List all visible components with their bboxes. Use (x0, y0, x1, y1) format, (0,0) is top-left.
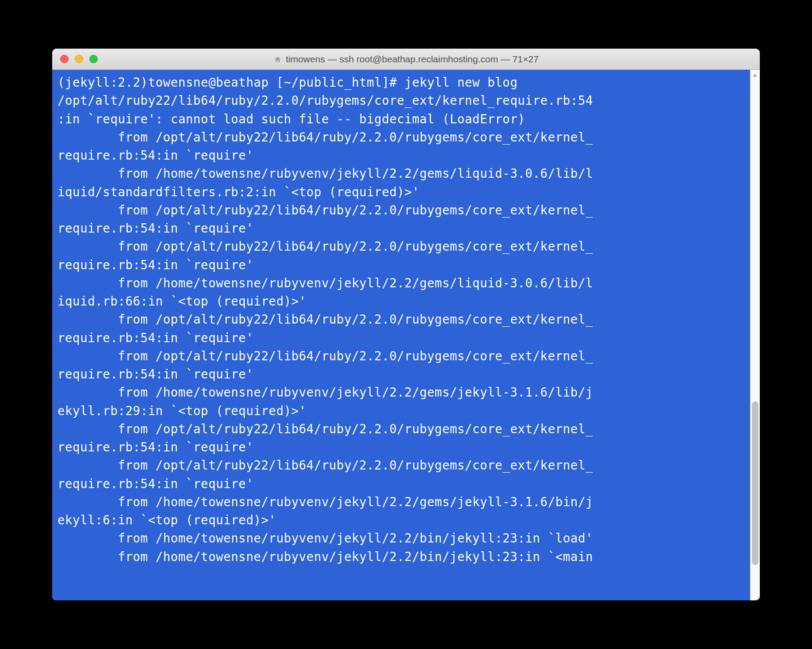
scroll-up-arrow-icon[interactable] (750, 71, 760, 80)
window-title: timowens — ssh root@beathap.reclaimhosti… (286, 54, 539, 65)
terminal-window: timowens — ssh root@beathap.reclaimhosti… (52, 49, 760, 600)
terminal-body: (jekyll:2.2)towensne@beathap [~/public_h… (52, 70, 760, 600)
terminal-output[interactable]: (jekyll:2.2)towensne@beathap [~/public_h… (52, 70, 760, 600)
titlebar[interactable]: timowens — ssh root@beathap.reclaimhosti… (52, 49, 760, 70)
window-title-wrap: timowens — ssh root@beathap.reclaimhosti… (52, 54, 760, 65)
scrollbar-track[interactable] (750, 70, 760, 600)
home-icon (273, 55, 282, 63)
minimize-button[interactable] (75, 55, 83, 63)
traffic-lights (52, 55, 98, 63)
zoom-button[interactable] (89, 55, 98, 63)
close-button[interactable] (60, 55, 69, 63)
scrollbar-thumb[interactable] (752, 401, 758, 565)
